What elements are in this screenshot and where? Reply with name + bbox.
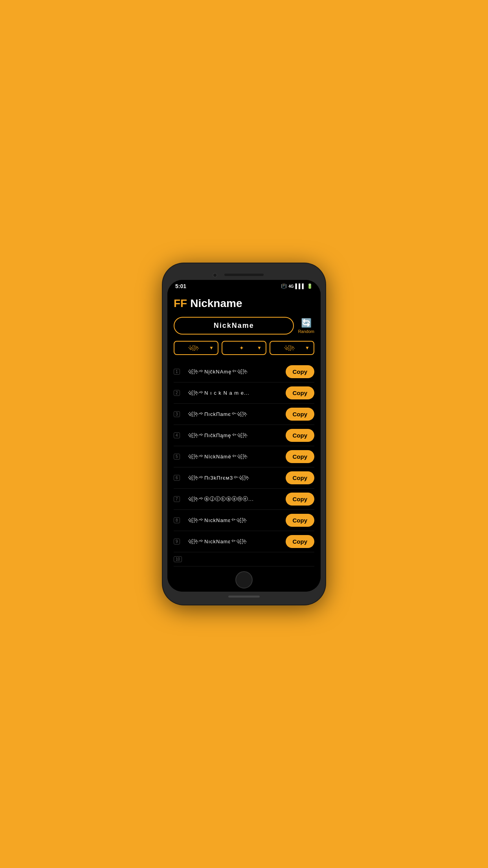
filter-row: ꧁꧂ ▼ ✦ ▼ ꧁꧂ ▼: [174, 341, 314, 355]
item-number-badge: 4: [174, 432, 188, 438]
filter-symbol-2: ✦: [226, 345, 257, 351]
item-nickname-text: ꧁꧂༺ПıЗkПrємЗ༻꧁꧂: [188, 475, 286, 481]
signal-bars-icon: ▌▌▌: [295, 283, 305, 289]
app-title: FF Nickname: [174, 297, 314, 310]
item-number-badge: 7: [174, 496, 188, 502]
app-content: FF Nickname 🔄 Random ꧁꧂ ▼ ✦ ▼: [167, 291, 321, 566]
item-nickname-text: ꧁꧂༺NïckNämë༻꧁꧂: [188, 454, 286, 460]
item-number-badge: 1: [174, 369, 188, 375]
copy-button[interactable]: Copy: [286, 408, 315, 421]
signal-4g-icon: 4G: [288, 284, 294, 289]
list-item: 2꧁꧂༺N ı c k N a m e...Copy: [174, 383, 314, 404]
filter-arrow-1: ▼: [209, 345, 214, 351]
item-nickname-text: ꧁꧂༺NıckNamε༻꧁꧂: [188, 517, 286, 523]
filter-arrow-3: ▼: [305, 345, 310, 351]
copy-button[interactable]: Copy: [286, 386, 315, 399]
random-label: Random: [298, 329, 314, 334]
phone-frame: 5:01 📳 4G ▌▌▌ 🔋 FF Nickname 🔄 Random: [163, 263, 325, 605]
random-button[interactable]: 🔄 Random: [298, 318, 314, 334]
item-number-badge: 10: [174, 556, 188, 562]
vibrate-icon: 📳: [281, 283, 287, 289]
speaker-bar: [224, 274, 264, 276]
camera-dot: [213, 273, 217, 278]
phone-top-bar: [167, 270, 321, 276]
filter-arrow-2: ▼: [257, 345, 262, 351]
nickname-list: 1꧁꧂༺NįčkNAmę༻꧁꧂Copy2꧁꧂༺N ı c k N a m e..…: [174, 361, 314, 566]
list-item: 3꧁꧂༺ПıckПamє༻꧁꧂Copy: [174, 404, 314, 425]
home-button[interactable]: [235, 571, 253, 588]
list-item: 5꧁꧂༺NïckNämë༻꧁꧂Copy: [174, 446, 314, 467]
item-nickname-text: ꧁꧂༺ⓃⓘⓒⓚⓃⓐⓜⓔ...: [188, 496, 286, 502]
list-item: 8꧁꧂༺NıckNamε༻꧁꧂Copy: [174, 510, 314, 531]
status-icons: 📳 4G ▌▌▌ 🔋: [281, 283, 313, 289]
phone-bottom-bar: [228, 596, 260, 598]
copy-button[interactable]: Copy: [286, 514, 315, 527]
copy-button[interactable]: Copy: [286, 450, 315, 463]
battery-icon: 🔋: [307, 283, 313, 289]
list-item: 9꧁꧂༺NıckNamε༻꧁꧂Copy: [174, 531, 314, 552]
filter-dropdown-3[interactable]: ꧁꧂ ▼: [270, 341, 314, 355]
list-item: 6꧁꧂༺ПıЗkПrємЗ༻꧁꧂Copy: [174, 467, 314, 489]
item-number-badge: 9: [174, 539, 188, 544]
nickname-input[interactable]: [174, 317, 294, 335]
list-item: 1꧁꧂༺NįčkNAmę༻꧁꧂Copy: [174, 361, 314, 383]
random-icon: 🔄: [301, 318, 312, 328]
copy-button[interactable]: Copy: [286, 471, 315, 484]
list-item: 4꧁꧂༺ПıčkПąmę༻꧁꧂Copy: [174, 425, 314, 446]
list-item: 7꧁꧂༺ⓃⓘⓒⓚⓃⓐⓜⓔ...Copy: [174, 489, 314, 510]
copy-button[interactable]: Copy: [286, 429, 315, 442]
item-nickname-text: ꧁꧂༺ПıčkПąmę༻꧁꧂: [188, 432, 286, 438]
phone-screen: 5:01 📳 4G ▌▌▌ 🔋 FF Nickname 🔄 Random: [167, 280, 321, 592]
copy-button[interactable]: Copy: [286, 493, 315, 506]
copy-button[interactable]: Copy: [286, 365, 315, 378]
status-time: 5:01: [175, 283, 186, 289]
list-item: 10: [174, 552, 314, 566]
item-nickname-text: ꧁꧂༺NıckNamε༻꧁꧂: [188, 539, 286, 544]
item-number-badge: 5: [174, 454, 188, 460]
ff-label: FF: [174, 297, 187, 310]
copy-button[interactable]: Copy: [286, 535, 315, 548]
item-nickname-text: ꧁꧂༺N ı c k N a m e...: [188, 390, 286, 396]
app-title-text: Nickname: [190, 297, 242, 310]
item-number-badge: 8: [174, 517, 188, 523]
nickname-input-row: 🔄 Random: [174, 317, 314, 335]
item-number-badge: 6: [174, 475, 188, 481]
filter-dropdown-1[interactable]: ꧁꧂ ▼: [174, 341, 218, 355]
status-bar: 5:01 📳 4G ▌▌▌ 🔋: [167, 280, 321, 291]
item-number-badge: 3: [174, 411, 188, 417]
item-nickname-text: ꧁꧂༺ПıckПamє༻꧁꧂: [188, 411, 286, 417]
filter-symbol-3: ꧁꧂: [274, 345, 305, 351]
item-number-badge: 2: [174, 390, 188, 396]
phone-home-bar: [167, 566, 321, 592]
filter-symbol-1: ꧁꧂: [178, 345, 209, 351]
item-nickname-text: ꧁꧂༺NįčkNAmę༻꧁꧂: [188, 369, 286, 375]
filter-dropdown-2[interactable]: ✦ ▼: [222, 341, 266, 355]
